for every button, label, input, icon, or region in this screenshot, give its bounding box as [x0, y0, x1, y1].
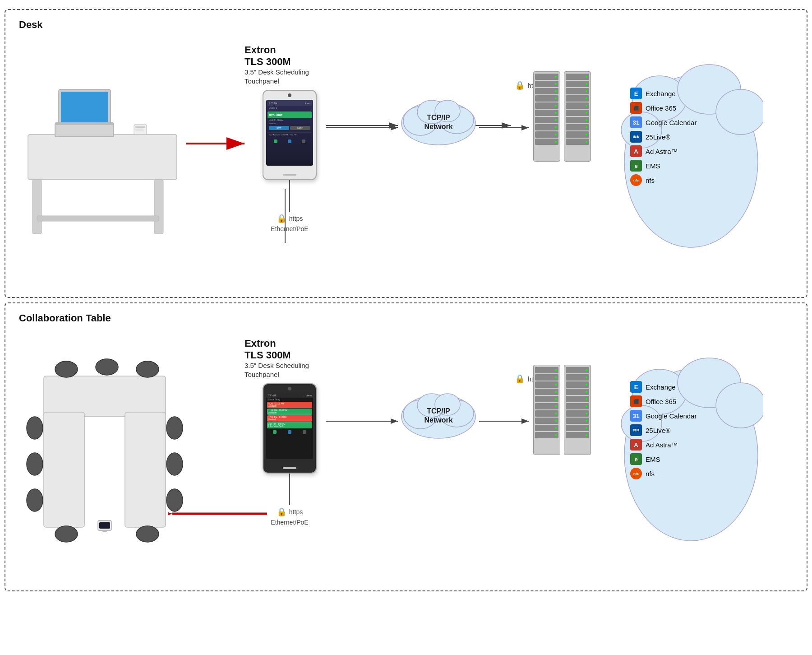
collab-touchpanel-device: 7:30 AMAtom Space Thing NOW - 11:00 AM A…	[263, 383, 317, 474]
svg-point-48	[55, 526, 78, 542]
collab-section: Collaboration Table	[5, 302, 807, 591]
svg-rect-19	[135, 130, 144, 131]
svg-rect-37	[44, 412, 84, 527]
svg-rect-14	[61, 92, 108, 122]
desk-server-racks	[533, 71, 591, 162]
svg-point-44	[27, 489, 43, 511]
collab-device-label: Extron TLS 300M 3.5" Desk SchedulingTouc…	[245, 338, 335, 379]
collab-tcp-cloud: TCP/IP Network 🔒 https	[398, 383, 479, 443]
svg-text:TCP/IP: TCP/IP	[427, 407, 450, 415]
desk-service-exchange: E Exchange	[630, 88, 697, 99]
svg-rect-11	[37, 216, 159, 221]
collab-ethernet-area: 🔒 https Ethernet/PoE	[245, 474, 335, 526]
svg-text:Network: Network	[424, 123, 452, 130]
svg-rect-52	[102, 530, 107, 532]
collab-illustration	[19, 342, 190, 572]
desk-service-google: 31 Google Calendar	[630, 116, 697, 128]
svg-rect-8	[28, 135, 177, 180]
svg-point-42	[27, 417, 43, 439]
svg-rect-12	[55, 123, 114, 137]
collab-service-google: 31 Google Calendar	[630, 410, 697, 422]
collab-https-bottom-label: https	[289, 508, 303, 516]
collab-ethernet-label: Ethernet/PoE	[271, 519, 308, 526]
svg-point-34	[716, 89, 763, 135]
svg-point-46	[166, 453, 183, 475]
svg-rect-9	[32, 180, 42, 234]
svg-rect-38	[125, 412, 166, 527]
desk-ethernet-label: Ethernet/PoE	[271, 225, 308, 232]
tp-available-indicator: Available	[268, 111, 312, 118]
desk-service-adastra: A Ad Astra™	[630, 145, 697, 157]
desk-service-nfs: nfs nfs	[630, 174, 697, 186]
tp-camera	[288, 93, 291, 97]
svg-point-49	[136, 526, 159, 542]
svg-rect-10	[154, 180, 163, 234]
collab-lock-icon-top: 🔒	[515, 374, 525, 384]
collab-furniture-area	[19, 342, 190, 572]
collab-service-25live: ≋≋ 25Live®	[630, 424, 697, 436]
desk-server-rack-1	[533, 71, 560, 162]
collab-server-racks	[533, 365, 591, 455]
svg-text:TCP/IP: TCP/IP	[427, 114, 450, 121]
svg-rect-51	[99, 522, 110, 529]
collab-service-adastra: A Ad Astra™	[630, 439, 697, 451]
desk-touchpanel-device: 9:00 AMAtom USER 1 Available Until 11:00…	[263, 90, 317, 180]
desk-device-label: Extron TLS 300M 3.5" Desk SchedulingTouc…	[245, 44, 335, 85]
desk-ethernet-area: 🔒 https Ethernet/PoE	[245, 180, 335, 232]
main-container: Desk	[5, 9, 807, 591]
desk-https-bottom-label: https	[289, 215, 303, 222]
svg-text:Network: Network	[424, 416, 452, 424]
collab-section-label: Collaboration Table	[19, 312, 793, 324]
desk-lock-icon: 🔒	[277, 214, 286, 223]
collab-touchpanel-area: Extron TLS 300M 3.5" Desk SchedulingTouc…	[245, 338, 335, 526]
collab-service-o365: ⬛ Office 365	[630, 395, 697, 407]
tp-screen-header: 9:00 AMAtom	[268, 101, 312, 106]
desk-section: Desk	[5, 9, 807, 298]
svg-point-40	[96, 359, 118, 375]
desk-section-inner: Extron TLS 300M 3.5" Desk SchedulingTouc…	[19, 35, 793, 288]
desk-service-ems: e EMS	[630, 160, 697, 172]
collab-service-nfs: nfs nfs	[630, 468, 697, 479]
desk-tcp-cloud: TCP/IP Network 🔒 https	[398, 89, 479, 150]
collab-tp-screen: 7:30 AMAtom Space Thing NOW - 11:00 AM A…	[266, 393, 313, 459]
desk-service-25live: ≋≋ 25Live®	[630, 131, 697, 143]
desk-server-rack-2	[564, 71, 591, 162]
svg-point-39	[55, 361, 78, 377]
desk-touchpanel-area: Extron TLS 300M 3.5" Desk SchedulingTouc…	[245, 44, 335, 232]
svg-point-41	[136, 361, 159, 377]
svg-rect-17	[135, 126, 145, 128]
collab-services-cloud: E Exchange ⬛ Office 365 31 Google Calend…	[619, 356, 708, 491]
desk-furniture-area	[19, 53, 190, 306]
desk-services-cloud: E Exchange ⬛ Office 365 31 Google Calend…	[619, 62, 708, 198]
svg-rect-15	[55, 122, 114, 125]
desk-service-o365: ⬛ Office 365	[630, 102, 697, 114]
svg-point-43	[27, 453, 43, 475]
collab-service-ems: e EMS	[630, 453, 697, 465]
svg-point-45	[166, 417, 183, 439]
collab-section-inner: Extron TLS 300M 3.5" Desk SchedulingTouc…	[19, 329, 793, 581]
collab-service-exchange: E Exchange	[630, 381, 697, 393]
svg-rect-18	[135, 129, 143, 130]
tp-screen-desk: 9:00 AMAtom USER 1 Available Until 11:00…	[266, 100, 313, 166]
svg-rect-36	[44, 376, 166, 417]
desk-section-label: Desk	[19, 19, 793, 31]
svg-point-69	[716, 383, 763, 428]
desk-lock-icon-top: 🔒	[515, 80, 525, 90]
collab-lock-icon: 🔒	[277, 507, 286, 517]
desk-illustration	[19, 53, 186, 279]
collab-server-rack-1	[533, 365, 560, 455]
collab-server-rack-2	[564, 365, 591, 455]
